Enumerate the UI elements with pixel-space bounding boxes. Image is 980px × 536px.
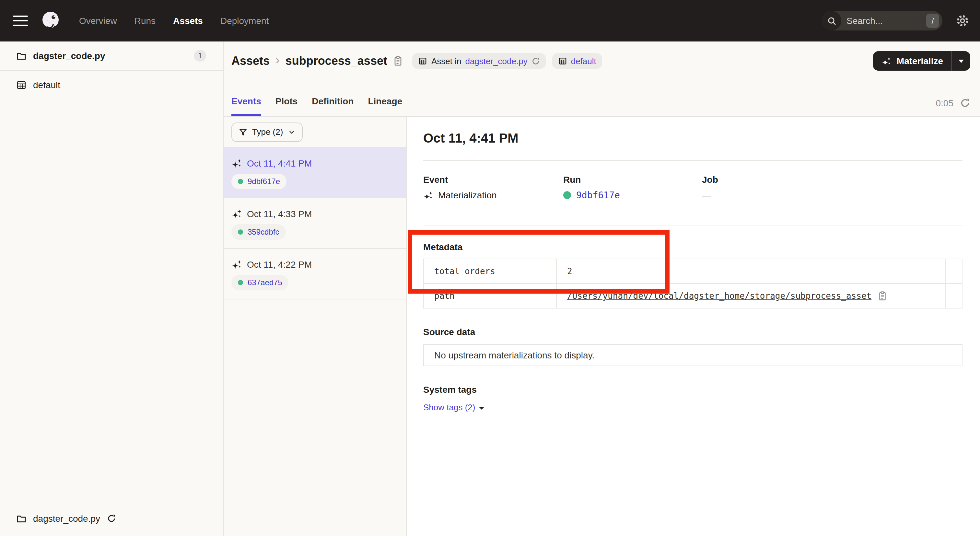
asset-header-row: Assets › subprocess_asset Asset in dagst… [224,41,980,72]
event-column-label: Event [423,174,563,185]
sidebar-group-label: dagster_code.py [33,51,105,61]
chevron-down-icon [288,128,295,136]
source-data-section-title: Source data [423,327,963,337]
breadcrumb-assets-link[interactable]: Assets [231,54,270,68]
run-column-label: Run [563,174,702,185]
chevron-right-icon: › [275,53,280,67]
menu-icon[interactable] [13,15,28,26]
run-success-dot [238,280,243,285]
events-list-panel: Type (2) Oct 11, 4:41 PM 9dbf617e [224,117,407,536]
event-list-item[interactable]: Oct 11, 4:33 PM 359cdbfc [224,198,406,249]
code-location-link[interactable]: dagster_code.py [465,56,527,66]
refresh-icon[interactable] [960,98,970,108]
breadcrumb: Assets › subprocess_asset [231,53,404,69]
job-value: — [702,190,711,200]
sidebar-group-dagster-code[interactable]: dagster_code.py 1 [0,41,223,71]
nav-item-assets[interactable]: Assets [173,16,203,26]
asset-count-badge: 1 [194,50,206,62]
metadata-extra-cell [945,283,962,308]
materialize-label: Materialize [897,56,943,66]
materialize-button[interactable]: Materialize [873,56,951,66]
source-data-empty-message: No upstream materializations to display. [423,344,963,366]
run-id-link[interactable]: 359cdbfc [248,227,279,237]
system-tags-section-title: System tags [423,384,963,395]
materialization-sparkle-icon [423,190,433,200]
metadata-key: total_orders [423,259,557,283]
dagster-logo-icon[interactable] [40,10,62,32]
metadata-value: 2 [557,259,945,283]
breadcrumb-asset-name: subprocess_asset [285,54,387,68]
nav-item-runs[interactable]: Runs [135,16,156,26]
reload-code-location-icon[interactable] [531,57,540,65]
folder-icon [16,513,27,523]
caret-down-icon [959,59,964,62]
run-tag[interactable]: 359cdbfc [231,224,285,240]
divider [423,226,963,226]
materialization-sparkle-icon [231,209,242,219]
event-list-item[interactable]: Oct 11, 4:41 PM 9dbf617e [224,148,406,198]
search-input[interactable] [841,16,926,26]
metadata-path-link[interactable]: /Users/yuhan/dev/local/dagster_home/stor… [567,291,872,301]
event-summary-grid: Event Materialization Run 9dbf [423,174,963,200]
type-filter-button[interactable]: Type (2) [231,122,302,142]
event-timestamp[interactable]: Oct 11, 4:22 PM [247,259,312,270]
tab-events[interactable]: Events [231,96,261,116]
materialize-button-group: Materialize [873,51,970,71]
sidebar-footer-code-location[interactable]: dagster_code.py [0,500,223,536]
sidebar-item-default[interactable]: default [0,71,223,99]
run-id-link[interactable]: 9dbf617e [576,190,620,200]
run-tag[interactable]: 637aed75 [231,275,289,290]
asset-tabs-bar: Events Plots Definition Lineage 0:05 [224,72,980,117]
search-box[interactable]: / [822,11,942,30]
footer-code-location-label: dagster_code.py [33,513,100,523]
copy-path-icon[interactable] [877,291,887,301]
metadata-table: total_orders 2 path /Users/yuhan/dev/loc… [423,259,963,309]
table-row: path /Users/yuhan/dev/local/dagster_home… [423,283,962,308]
repository-link[interactable]: default [571,56,596,66]
reload-icon[interactable] [107,514,116,523]
run-id-link[interactable]: 637aed75 [248,278,282,287]
event-timestamp[interactable]: Oct 11, 4:41 PM [247,158,312,169]
asset-definition-tag: Asset in dagster_code.py [412,53,546,69]
tab-lineage[interactable]: Lineage [368,96,402,116]
dagster-app-window: Overview Runs Assets Deployment / dagste… [0,0,980,536]
tab-definition[interactable]: Definition [312,96,353,116]
run-success-dot [238,179,243,184]
event-timestamp[interactable]: Oct 11, 4:33 PM [247,209,312,219]
event-type-value: Materialization [438,190,497,200]
materialization-sparkle-icon [231,158,242,169]
repository-tag: default [552,53,602,69]
event-list-item[interactable]: Oct 11, 4:22 PM 637aed75 [224,249,406,299]
materialization-sparkle-icon [231,259,242,270]
repo-grid-icon [418,56,428,65]
repo-grid-icon [558,56,567,65]
gear-icon[interactable] [956,14,969,27]
tab-plots[interactable]: Plots [275,96,298,116]
run-success-dot [563,191,571,199]
top-nav-bar: Overview Runs Assets Deployment / [0,0,980,41]
show-tags-toggle[interactable]: Show tags (2) [423,402,484,412]
divider [423,160,963,161]
primary-nav: Overview Runs Assets Deployment [79,16,269,26]
job-column-label: Job [702,174,963,185]
folder-icon [16,51,27,61]
asset-in-label: Asset in [431,56,461,66]
nav-item-overview[interactable]: Overview [79,16,117,26]
run-id-link[interactable]: 9dbf617e [248,177,280,186]
nav-item-deployment[interactable]: Deployment [220,16,269,26]
refresh-countdown: 0:05 [936,98,954,108]
copy-asset-name-icon[interactable] [393,56,404,66]
filter-funnel-icon [239,127,248,137]
event-detail-panel: Oct 11, 4:41 PM Event Materialization [407,117,980,536]
repo-grid-icon [16,80,27,90]
caret-down-icon [479,407,484,409]
metadata-extra-cell [945,259,962,283]
materialize-dropdown-button[interactable] [952,51,970,71]
run-success-dot [238,229,243,235]
metadata-section-title: Metadata [423,242,963,252]
search-icon [822,11,841,30]
run-tag[interactable]: 9dbf617e [231,174,286,189]
event-detail-heading: Oct 11, 4:41 PM [423,131,963,146]
asset-sidebar: dagster_code.py 1 default dagster_code.p… [0,41,224,536]
metadata-key: path [423,283,557,308]
